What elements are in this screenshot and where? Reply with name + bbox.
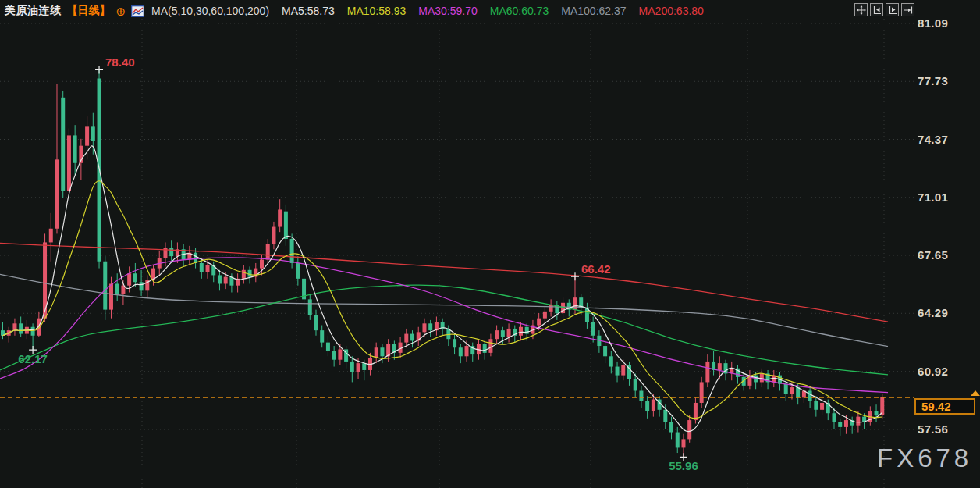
- ma-settings-label: MA(5,10,30,60,100,200): [151, 5, 269, 17]
- candle-up: [519, 327, 523, 336]
- ma30-value: MA30:59.70: [418, 5, 478, 17]
- candle-down: [838, 422, 842, 427]
- y-axis-label: 77.73: [918, 74, 948, 87]
- current-price-value: 59.42: [921, 400, 951, 413]
- chart-type-icon[interactable]: [131, 5, 144, 17]
- expand-scale-button[interactable]: [886, 3, 899, 16]
- candle-down: [200, 263, 204, 272]
- y-axis-label: 57.56: [918, 422, 948, 436]
- candle-up: [224, 277, 228, 284]
- candle-up: [844, 420, 848, 427]
- candle-down: [459, 347, 463, 356]
- candle-up: [465, 346, 469, 356]
- candle-up: [85, 126, 89, 145]
- candle-down: [290, 239, 294, 263]
- add-indicator-icon[interactable]: ⊕: [116, 5, 126, 17]
- candle-down: [501, 330, 505, 337]
- candle-down: [362, 363, 366, 370]
- candle-up: [694, 403, 698, 420]
- candle-up: [404, 334, 408, 343]
- candle-down: [115, 283, 119, 294]
- candle-up: [488, 339, 492, 353]
- candle-down: [350, 362, 354, 372]
- candle-up: [163, 248, 167, 258]
- candle-down: [634, 379, 637, 390]
- play-right-icon: [888, 5, 897, 15]
- y-axis-label: 74.37: [918, 133, 948, 146]
- jump-to-latest-button[interactable]: [901, 3, 914, 16]
- candle-down: [218, 275, 222, 283]
- candle-up: [242, 270, 246, 279]
- candle-up: [495, 330, 499, 339]
- candle-up: [109, 283, 113, 309]
- candle-down: [61, 98, 65, 191]
- ma10-value: MA10:58.93: [347, 5, 407, 17]
- candle-down: [19, 323, 23, 333]
- candle-down: [91, 126, 95, 141]
- candle-down: [326, 343, 330, 351]
- candle-up: [507, 329, 511, 337]
- chart-toolbar: [854, 3, 914, 16]
- candle-down: [875, 411, 879, 415]
- candle-down: [332, 351, 336, 360]
- ma5-value: MA5:58.73: [282, 5, 335, 17]
- candle-down: [453, 339, 456, 347]
- candle-up: [357, 363, 360, 372]
- candle-up: [537, 319, 541, 326]
- candle-up: [718, 363, 722, 370]
- y-axis-label: 71.01: [918, 191, 948, 204]
- candle-up: [687, 420, 691, 439]
- candle-down: [410, 334, 414, 341]
- pan-tool-button[interactable]: [854, 3, 868, 16]
- candle-up: [422, 323, 426, 332]
- candle-down: [676, 433, 680, 448]
- extreme-cross-marker: [95, 66, 103, 73]
- candle-up: [55, 159, 59, 228]
- candle-up: [278, 209, 282, 226]
- candle-up: [652, 400, 655, 411]
- high-price-label: 66.42: [581, 262, 611, 276]
- arrow-to-bar-icon: [904, 5, 913, 15]
- low-price-label: 62.17: [18, 352, 48, 365]
- candle-down: [645, 401, 649, 411]
- candle-down: [428, 323, 432, 330]
- y-axis-label: 60.92: [918, 365, 948, 378]
- candle-down: [609, 356, 613, 366]
- compress-left-icon: [872, 5, 882, 15]
- pan-icon: [857, 5, 866, 15]
- candle-down: [169, 248, 173, 256]
- compress-scale-button[interactable]: [870, 3, 883, 16]
- candle-down: [603, 346, 607, 356]
- candlestick-chart[interactable]: 78.4062.1766.4255.96: [0, 0, 980, 488]
- symbol-title: 美原油连续: [5, 4, 62, 18]
- candle-up: [790, 387, 794, 394]
- candle-down: [248, 270, 252, 277]
- candle-up: [820, 403, 824, 410]
- y-axis-label: 81.09: [918, 16, 948, 30]
- candle-down: [320, 330, 324, 342]
- candle-up: [127, 273, 131, 285]
- ma100-line: [0, 274, 888, 346]
- candle-down: [103, 262, 107, 310]
- candle-down: [669, 422, 673, 432]
- candle-up: [67, 135, 71, 191]
- extreme-cross-marker: [571, 272, 579, 280]
- candle-down: [616, 367, 620, 376]
- candle-down: [140, 282, 144, 290]
- candle-up: [12, 323, 16, 330]
- candle-up: [856, 417, 860, 426]
- candle-up: [206, 265, 210, 272]
- candle-up: [760, 373, 764, 382]
- candle-up: [880, 397, 884, 415]
- ma100-value: MA100:62.37: [561, 5, 626, 17]
- candle-down: [31, 327, 35, 336]
- candle-up: [266, 244, 270, 260]
- candle-down: [133, 273, 137, 282]
- candle-down: [639, 390, 643, 401]
- watermark: FX678: [877, 443, 972, 473]
- ma200-value: MA200:63.80: [639, 5, 704, 17]
- candle-down: [663, 410, 667, 422]
- candle-down: [284, 212, 288, 239]
- candle-up: [375, 347, 378, 358]
- candle-down: [784, 384, 788, 394]
